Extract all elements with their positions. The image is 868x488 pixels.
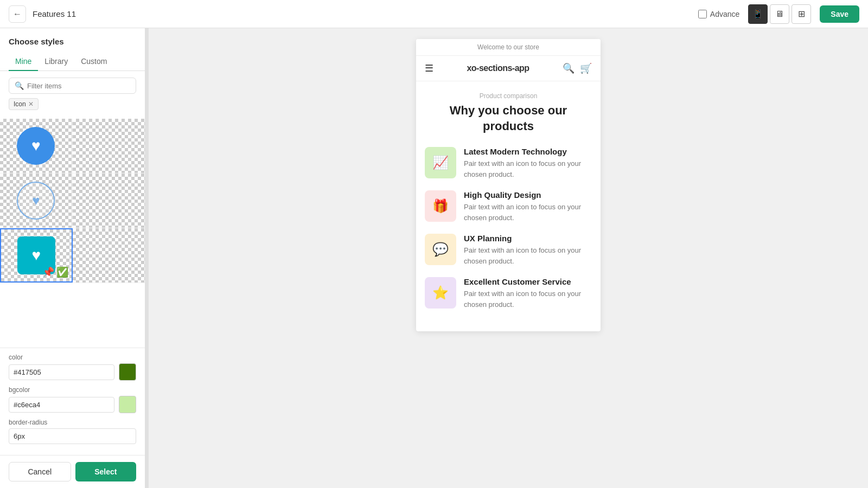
style-cell-empty-3 <box>73 228 145 282</box>
style-icon-wrap-1: ♥ <box>0 119 72 173</box>
hamburger-icon: ☰ <box>425 62 433 74</box>
feature-title-1: High Quality Design <box>464 190 592 200</box>
topbar-left: ← Features 11 <box>9 5 76 23</box>
bgcolor-input-row <box>9 396 136 413</box>
style-icon-wrap-2: ♥ <box>0 174 72 228</box>
border-radius-prop-row: border-radius <box>9 419 136 444</box>
pin-icon: 📌 <box>42 266 54 278</box>
section-title: Why you choose our products <box>425 103 592 134</box>
checker-bg-empty-2 <box>73 174 145 228</box>
heart-blue-solid-bg: ♥ <box>17 127 55 165</box>
page-title: Features 11 <box>33 9 76 18</box>
feature-title-0: Latest Modern Technology <box>464 147 592 156</box>
cell-actions-3: 📌 ✅ <box>42 266 68 278</box>
nav-logo: xo-sections-app <box>467 63 529 73</box>
search-icon: 🔍 <box>15 81 24 90</box>
preview-window: Welcome to our store ☰ xo-sections-app 🔍… <box>416 39 601 331</box>
bgcolor-label: bgcolor <box>9 386 136 394</box>
feature-desc-1: Pair text with an icon to focus on your … <box>464 202 592 223</box>
feature-text-3: Excellent Customer Service Pair text wit… <box>464 277 592 310</box>
device-mobile-btn[interactable]: 📱 <box>748 4 768 24</box>
feature-icon-box-3: ⭐ <box>425 277 456 309</box>
checker-bg-empty-1 <box>73 119 145 173</box>
feature-text-1: High Quality Design Pair text with an ic… <box>464 190 592 223</box>
nav-icons: 🔍 🛒 <box>563 62 592 74</box>
feature-icon-box-1: 🎁 <box>425 190 456 222</box>
filter-tags: Icon ✕ <box>9 98 136 110</box>
feature-item-2: 💬 UX Planning Pair text with an icon to … <box>425 234 592 266</box>
search-input[interactable] <box>27 82 130 90</box>
feature-item-0: 📈 Latest Modern Technology Pair text wit… <box>425 147 592 179</box>
style-cell-3[interactable]: ♥ 📌 ✅ <box>0 228 73 282</box>
device-widescreen-btn[interactable]: ⊞ <box>792 4 811 24</box>
feature-icon-box-2: 💬 <box>425 234 456 265</box>
style-row-1: ♥ <box>0 119 145 174</box>
heart-icon-3: ♥ <box>31 247 41 264</box>
style-cell-2[interactable]: ♥ <box>0 174 73 228</box>
back-icon: ← <box>13 9 22 19</box>
device-buttons: 📱 🖥 ⊞ <box>748 4 811 24</box>
style-row-3: ♥ 📌 ✅ <box>0 228 145 283</box>
tabs: Mine Library Custom <box>0 53 145 71</box>
feature-icon-box-0: 📈 <box>425 147 456 178</box>
style-cell-1[interactable]: ♥ <box>0 119 73 173</box>
advance-label: Advance <box>710 10 739 18</box>
color-label: color <box>9 354 136 361</box>
style-cell-empty-2 <box>73 174 145 228</box>
filter-tag-icon: Icon ✕ <box>9 98 39 110</box>
checker-bg-empty-3 <box>73 228 145 282</box>
color-input-row <box>9 363 136 381</box>
preview-nav: ☰ xo-sections-app 🔍 🛒 <box>416 56 601 81</box>
feature-item-1: 🎁 High Quality Design Pair text with an … <box>425 190 592 223</box>
tag-remove-icon[interactable]: ✕ <box>28 100 34 108</box>
color-prop-row: color <box>9 354 136 381</box>
cart-nav-icon: 🛒 <box>580 62 592 74</box>
advance-checkbox-label[interactable]: Advance <box>698 10 739 18</box>
device-desktop-btn[interactable]: 🖥 <box>770 4 789 24</box>
preview-content: Product comparison Why you choose our pr… <box>416 81 601 331</box>
search-nav-icon: 🔍 <box>563 62 575 74</box>
feature-item-3: ⭐ Excellent Customer Service Pair text w… <box>425 277 592 310</box>
select-button[interactable]: Select <box>75 462 137 481</box>
feature-desc-3: Pair text with an icon to focus on your … <box>464 288 592 310</box>
save-button[interactable]: Save <box>820 5 859 23</box>
main-layout: Choose styles Mine Library Custom 🔍 Icon… <box>0 0 868 488</box>
color-input[interactable] <box>9 364 114 380</box>
feature-title-3: Excellent Customer Service <box>464 277 592 286</box>
back-button[interactable]: ← <box>9 5 26 23</box>
style-row-2: ♥ <box>0 174 145 228</box>
styles-grid: ♥ ♥ <box>0 114 145 348</box>
bgcolor-swatch[interactable] <box>119 396 136 413</box>
feature-text-2: UX Planning Pair text with an icon to fo… <box>464 234 592 266</box>
bgcolor-prop-row: bgcolor <box>9 386 136 413</box>
advance-checkbox[interactable] <box>698 10 707 18</box>
color-swatch[interactable] <box>119 363 136 381</box>
left-panel: Choose styles Mine Library Custom 🔍 Icon… <box>0 28 145 488</box>
heart-icon-2: ♥ <box>32 193 40 208</box>
border-radius-input[interactable] <box>9 428 136 444</box>
heart-icon-1: ♥ <box>31 137 41 155</box>
tag-label: Icon <box>14 100 26 108</box>
tab-mine[interactable]: Mine <box>9 53 38 71</box>
search-box: 🔍 <box>9 78 136 94</box>
cancel-button[interactable]: Cancel <box>9 462 71 481</box>
feature-desc-0: Pair text with an icon to focus on your … <box>464 158 592 179</box>
tab-custom[interactable]: Custom <box>74 53 113 71</box>
panel-title: Choose styles <box>9 37 136 46</box>
border-radius-label: border-radius <box>9 419 136 426</box>
tab-library[interactable]: Library <box>38 53 74 71</box>
feature-text-0: Latest Modern Technology Pair text with … <box>464 147 592 179</box>
panel-actions: Cancel Select <box>0 455 145 488</box>
panel-header: Choose styles Mine Library Custom 🔍 Icon… <box>0 28 145 114</box>
check-circle-icon: ✅ <box>56 266 68 278</box>
store-bar: Welcome to our store <box>416 39 601 56</box>
feature-desc-2: Pair text with an icon to focus on your … <box>464 245 592 266</box>
feature-title-2: UX Planning <box>464 234 592 243</box>
section-label: Product comparison <box>425 92 592 100</box>
topbar-center: Advance 📱 🖥 ⊞ Save <box>698 4 859 24</box>
bgcolor-input[interactable] <box>9 397 114 413</box>
canvas-area: Welcome to our store ☰ xo-sections-app 🔍… <box>149 28 868 488</box>
topbar: ← Features 11 Advance 📱 🖥 ⊞ Save <box>0 0 868 28</box>
style-cell-empty-1 <box>73 119 145 173</box>
properties-section: color bgcolor border-radius <box>0 348 145 455</box>
